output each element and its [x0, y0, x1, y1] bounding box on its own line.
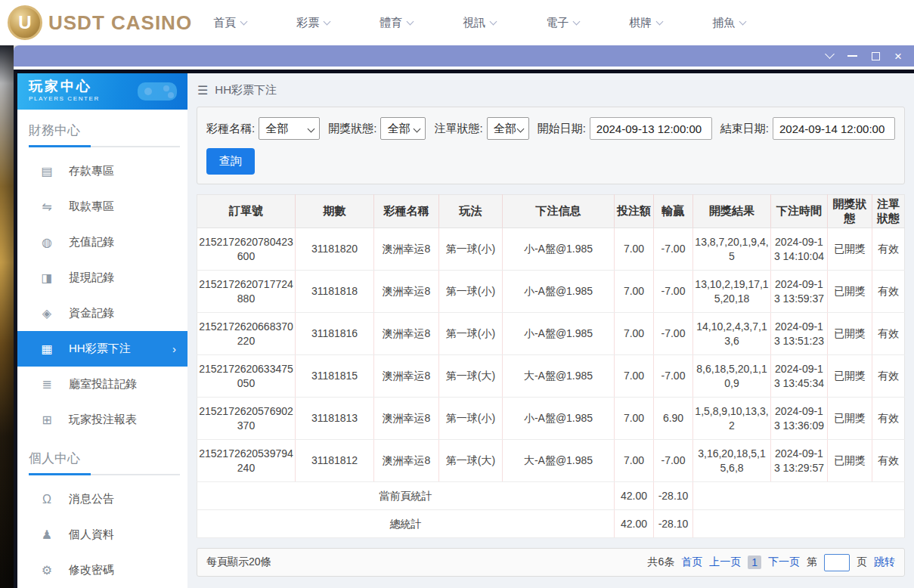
sidebar-item-label: 存款專區 — [69, 164, 114, 178]
filter-panel: 彩種名稱: 全部 開獎狀態: 全部 注單狀態: 全部 開始日期: 結束日期: 查… — [197, 107, 905, 184]
table-cell: 已開獎 — [828, 228, 872, 271]
nav-item-體育[interactable]: 體育 — [380, 16, 413, 30]
lottery-name-select[interactable]: 全部 — [259, 117, 320, 140]
sidebar-item-資金記錄[interactable]: ◈資金記錄 — [17, 296, 187, 331]
sidebar-item-消息公告[interactable]: Ω消息公告 — [17, 481, 187, 517]
main-nav: 首頁彩票體育視訊電子棋牌捕魚 — [213, 16, 745, 30]
table-row: 215217262078042360031181820澳洲幸运8第一球(小)小-… — [197, 228, 905, 271]
table-cell: -7.00 — [654, 440, 693, 482]
site-logo[interactable]: U USDT CASINO — [8, 5, 192, 40]
bell-icon: Ω — [39, 493, 54, 506]
sidebar-item-充值記錄[interactable]: ◍充值記錄 — [17, 224, 187, 260]
bet-table-wrap: 訂單號期數彩種名稱玩法下注信息投注額輸贏開獎結果下注時間開獎狀態注單狀態 215… — [197, 194, 905, 538]
table-row: 215217262063347505031181815澳洲幸运8第一球(大)大-… — [197, 355, 905, 398]
column-header: 投注額 — [615, 195, 654, 228]
table-cell: 2152172620780423600 — [197, 228, 296, 271]
nav-item-首頁[interactable]: 首頁 — [213, 16, 246, 30]
user-icon: ♟ — [39, 528, 54, 542]
lottery-name-value: 全部 — [265, 122, 288, 136]
lottery-bet-icon: ▦ — [39, 342, 54, 356]
table-cell: 澳洲幸运8 — [374, 271, 439, 313]
sidebar-item-取款專區[interactable]: ⇋取款專區 — [17, 189, 187, 224]
hamburger-menu-icon[interactable]: ☰ — [197, 83, 208, 97]
order-status-select[interactable]: 全部 — [487, 117, 529, 140]
table-row: 215217262057690237031181813澳洲幸运8第一球(小)小-… — [197, 398, 905, 440]
current-page-badge: 1 — [748, 556, 761, 569]
gear-icon: ⚙ — [39, 563, 54, 577]
table-cell: 7.00 — [615, 398, 654, 440]
jump-page-input[interactable] — [824, 554, 850, 571]
window-minimize-icon[interactable] — [847, 55, 857, 57]
summary-cell — [693, 482, 905, 510]
nav-item-棋牌[interactable]: 棋牌 — [629, 16, 662, 30]
jump-prefix-label: 第 — [807, 556, 817, 569]
summary-cell: 42.00 — [615, 482, 654, 510]
nav-item-電子[interactable]: 電子 — [546, 16, 579, 30]
page-title: HH彩票下注 — [215, 83, 277, 97]
sidebar-item-label: 提現記錄 — [69, 271, 114, 285]
table-cell: 2024-09-13 13:36:09 — [771, 398, 828, 440]
summary-cell — [693, 510, 905, 538]
table-cell: 小-A盤@1.985 — [503, 398, 615, 440]
page-background-strip — [0, 45, 14, 588]
jump-button[interactable]: 跳转 — [874, 556, 895, 569]
table-cell: 第一球(小) — [439, 398, 503, 440]
page-size-text: 每頁顯示20條 — [206, 556, 271, 569]
column-header: 彩種名稱 — [374, 195, 439, 228]
order-status-value: 全部 — [494, 122, 516, 136]
sidebar-item-label: 消息公告 — [69, 492, 114, 506]
recharge-record-icon: ◍ — [39, 235, 54, 249]
table-cell: 大-A盤@1.985 — [503, 355, 615, 398]
sidebar-header: 玩家中心 PLAYERS CENTER — [17, 73, 187, 110]
total-summary-row: 總統計42.00-28.10 — [197, 510, 905, 538]
table-cell: 2024-09-13 13:59:37 — [771, 271, 828, 313]
nav-item-label: 捕魚 — [712, 16, 735, 30]
table-cell: 14,10,2,4,3,7,13,6 — [693, 313, 771, 355]
nav-item-label: 體育 — [380, 16, 402, 30]
table-cell: 小-A盤@1.985 — [503, 271, 615, 313]
table-cell: 31181818 — [296, 271, 374, 313]
search-button[interactable]: 查詢 — [206, 148, 255, 175]
sidebar-item-提現記錄[interactable]: ◨提現記錄 — [17, 260, 187, 296]
pagination-bar: 每頁顯示20條 共6条 首页 上一页 1 下一页 第 页 跳转 — [197, 548, 905, 577]
table-cell: 第一球(小) — [439, 271, 503, 313]
nav-item-彩票[interactable]: 彩票 — [296, 16, 330, 30]
end-date-input[interactable] — [773, 117, 895, 140]
nav-item-視訊[interactable]: 視訊 — [463, 16, 496, 30]
sidebar-item-修改密碼[interactable]: ⚙修改密碼 — [17, 552, 187, 588]
table-cell: 有效 — [872, 313, 905, 355]
hall-bet-record-icon: ≣ — [39, 377, 54, 391]
nav-item-捕魚[interactable]: 捕魚 — [712, 16, 745, 30]
logo-coin-icon: U — [8, 5, 42, 40]
sidebar-item-個人資料[interactable]: ♟個人資料 — [17, 517, 187, 552]
top-navbar: U USDT CASINO 首頁彩票體育視訊電子棋牌捕魚 — [0, 0, 914, 45]
first-page-link[interactable]: 首页 — [681, 556, 702, 569]
sidebar-item-HH彩票下注[interactable]: ▦HH彩票下注› — [17, 331, 187, 367]
table-cell: -7.00 — [654, 313, 693, 355]
table-cell: 有效 — [872, 355, 905, 398]
table-cell: 2152172620633475050 — [197, 355, 296, 398]
next-page-link[interactable]: 下一页 — [768, 556, 800, 569]
sidebar-item-玩家投注報表[interactable]: ⊞玩家投注報表 — [17, 402, 187, 438]
table-cell: 3,16,20,18,5,15,6,8 — [693, 440, 771, 482]
player-report-icon: ⊞ — [39, 413, 54, 427]
draw-status-select[interactable]: 全部 — [380, 117, 426, 140]
table-cell: 澳洲幸运8 — [374, 313, 439, 355]
window-close-icon[interactable]: × — [894, 50, 902, 63]
sidebar-item-label: 資金記錄 — [69, 306, 114, 320]
chevron-down-icon — [240, 17, 248, 25]
window-maximize-icon[interactable] — [872, 52, 880, 60]
table-cell: 31181815 — [296, 355, 374, 398]
nav-item-label: 彩票 — [296, 16, 319, 30]
chevron-down-icon — [573, 17, 581, 25]
window-collapse-icon[interactable] — [825, 49, 835, 59]
chevron-down-icon — [407, 17, 414, 25]
table-cell: 已開獎 — [828, 355, 872, 398]
sidebar-item-存款專區[interactable]: ▤存款專區 — [17, 153, 187, 189]
withdraw-record-icon: ◨ — [39, 271, 54, 285]
table-cell: 31181816 — [296, 313, 374, 355]
start-date-label: 開始日期: — [538, 122, 586, 136]
prev-page-link[interactable]: 上一页 — [709, 556, 741, 569]
start-date-input[interactable] — [590, 117, 712, 140]
sidebar-item-廳室投註記錄[interactable]: ≣廳室投註記錄 — [17, 367, 187, 402]
